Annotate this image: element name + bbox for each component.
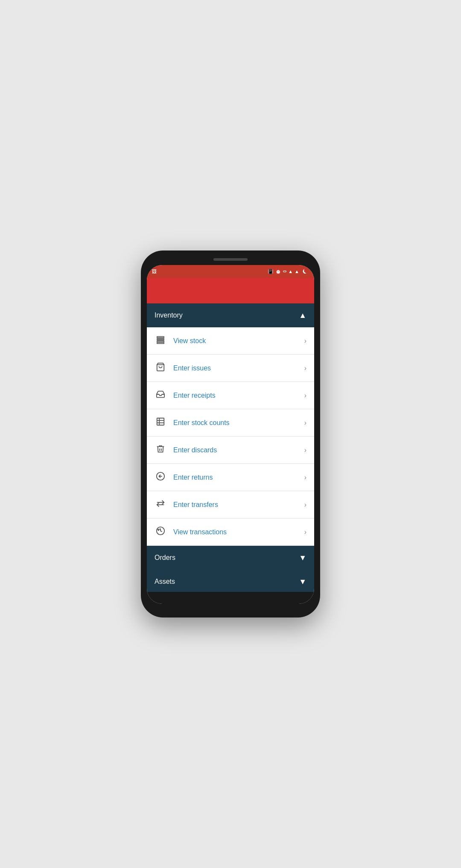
svg-rect-3 [157, 342, 164, 344]
app-bar [147, 278, 314, 303]
table-icon [155, 417, 166, 428]
menu-label-enter-receipts: Enter receipts [173, 392, 298, 399]
status-bar: 🖼 📳 ⏰ ▲ ▲ ⏾ [147, 265, 314, 278]
chevron-right-enter-issues: › [304, 364, 306, 372]
status-right: 📳 ⏰ ▲ ▲ ⏾ [268, 269, 309, 274]
wifi-icon: ▲ [288, 269, 293, 274]
svg-rect-0 [157, 337, 164, 338]
section-label-orders: Orders [155, 554, 175, 562]
menu-label-enter-issues: Enter issues [173, 364, 298, 372]
menu-item-enter-stock-counts[interactable]: Enter stock counts › [147, 409, 314, 437]
menu-item-enter-transfers[interactable]: Enter transfers › [147, 491, 314, 518]
alarm-icon: ⏰ [275, 269, 281, 274]
menu-label-enter-discards: Enter discards [173, 446, 298, 454]
content-area: Inventory ▲ View stock › Enter issues › … [147, 303, 314, 592]
chevron-right-view-stock: › [304, 337, 306, 345]
cart-icon [155, 362, 166, 374]
stack-icon [155, 335, 166, 347]
menu-item-enter-discards[interactable]: Enter discards › [147, 437, 314, 464]
menu-label-enter-stock-counts: Enter stock counts [173, 419, 298, 427]
section-label-inventory: Inventory [155, 312, 183, 319]
trash-icon [155, 444, 166, 456]
section-header-orders[interactable]: Orders ▼ [147, 546, 314, 570]
menu-item-enter-receipts[interactable]: Enter receipts › [147, 382, 314, 409]
chevron-right-enter-receipts: › [304, 392, 306, 399]
section-label-assets: Assets [155, 578, 175, 585]
section-chevron-inventory: ▲ [299, 311, 306, 320]
bottom-bar [147, 592, 314, 604]
section-chevron-assets: ▼ [299, 577, 306, 586]
menu-item-view-stock[interactable]: View stock › [147, 327, 314, 355]
back-button[interactable] [152, 289, 155, 292]
chevron-right-view-transactions: › [304, 528, 306, 536]
svg-rect-2 [157, 341, 164, 342]
chevron-right-enter-discards: › [304, 446, 306, 454]
section-chevron-orders: ▼ [299, 553, 306, 562]
svg-rect-1 [157, 338, 164, 340]
chevron-right-enter-transfers: › [304, 501, 306, 509]
return-icon [155, 472, 166, 483]
menu-label-enter-transfers: Enter transfers [173, 501, 298, 509]
chevron-right-enter-stock-counts: › [304, 419, 306, 427]
menu-label-view-transactions: View transactions [173, 528, 298, 536]
svg-rect-5 [157, 418, 164, 425]
menu-item-enter-returns[interactable]: Enter returns › [147, 464, 314, 491]
phone-screen: 🖼 📳 ⏰ ▲ ▲ ⏾ Inve [147, 265, 314, 604]
volte-badge [283, 271, 286, 272]
clock-icon [155, 526, 166, 538]
more-button[interactable] [306, 289, 309, 292]
menu-label-view-stock: View stock [173, 337, 298, 345]
chevron-right-enter-returns: › [304, 474, 306, 481]
signal-icon: ▲ [295, 269, 299, 274]
vibrate-icon: 📳 [268, 269, 274, 274]
section-header-assets[interactable]: Assets ▼ [147, 570, 314, 592]
transfer-icon [155, 499, 166, 510]
phone-notch [213, 258, 248, 261]
battery-icon: ⏾ [303, 269, 307, 274]
menu-label-enter-returns: Enter returns [173, 474, 298, 481]
section-header-inventory[interactable]: Inventory ▲ [147, 303, 314, 327]
status-left: 🖼 [152, 269, 157, 274]
phone-frame: 🖼 📳 ⏰ ▲ ▲ ⏾ Inve [141, 250, 320, 618]
image-icon: 🖼 [152, 269, 157, 274]
inbox-icon [155, 390, 166, 401]
menu-item-view-transactions[interactable]: View transactions › [147, 518, 314, 546]
menu-item-enter-issues[interactable]: Enter issues › [147, 355, 314, 382]
